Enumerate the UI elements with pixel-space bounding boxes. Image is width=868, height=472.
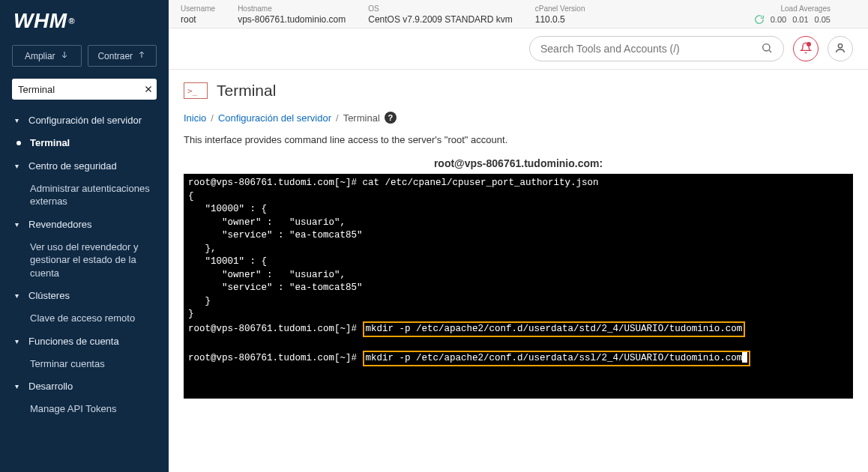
sidebar-item-terminate-accounts[interactable]: Terminar cuentas [0, 353, 169, 375]
sidebar-item-remote-access-key[interactable]: Clave de acceso remoto [0, 307, 169, 330]
highlighted-cmd-std: mkdir -p /etc/apache2/conf.d/userdata/st… [363, 321, 746, 338]
arrow-up-icon [137, 50, 146, 61]
sidebar-group-clusters[interactable]: ▾Clústeres [0, 284, 169, 307]
search-icon[interactable] [761, 42, 773, 56]
refresh-icon[interactable] [754, 14, 765, 25]
page-title: Terminal [217, 82, 276, 100]
notification-dot-icon [807, 42, 811, 46]
user-icon [834, 42, 846, 56]
terminal-output[interactable]: root@vps-806761.tudomi.com[~]# cat /etc/… [184, 174, 853, 399]
breadcrumb-server-config[interactable]: Configuración del servidor [218, 112, 331, 124]
notifications-button[interactable] [793, 36, 819, 61]
sidebar-item-terminal[interactable]: Terminal [0, 132, 169, 154]
nav: ▾Configuración del servidor Terminal ▾Ce… [0, 109, 169, 472]
logo-text: WHM [13, 9, 67, 33]
topbar-hostname: Hostname vps-806761.tudominio.com [238, 4, 346, 25]
load-1: 0.00 [771, 15, 786, 24]
chevron-down-icon: ▾ [15, 382, 22, 390]
sidebar-group-label: Centro de seguridad [28, 160, 117, 172]
breadcrumb-home[interactable]: Inicio [184, 112, 206, 124]
chevron-down-icon: ▾ [15, 220, 22, 229]
sidebar-group-account-functions[interactable]: ▾Funciones de cuenta [0, 330, 169, 353]
logo-reg: ® [68, 16, 75, 25]
term-cmd-cat: cat /etc/cpanel/cpuser_port_authority.js… [363, 178, 599, 188]
svg-point-6 [838, 43, 842, 47]
chevron-down-icon: ▾ [15, 162, 22, 170]
content: >_ Terminal Inicio / Configuración del s… [169, 70, 868, 472]
term-prompt: root@vps-806761.tudomi.com[~]# [188, 324, 357, 334]
search-box [529, 36, 784, 61]
arrow-down-icon [60, 50, 69, 61]
topbar-os: OS CentOS v7.9.2009 STANDARD kvm [368, 4, 513, 25]
collapse-label: Contraer [97, 51, 133, 61]
sidebar-item-external-auth[interactable]: Administrar autenticaciones externas [0, 178, 169, 213]
load-2: 0.01 [792, 15, 808, 24]
search-row [169, 28, 868, 70]
terminal-icon: >_ [184, 82, 208, 99]
sidebar-group-resellers[interactable]: ▾Revendedores [0, 213, 169, 236]
breadcrumb-current: Terminal [343, 112, 380, 124]
help-icon[interactable]: ? [385, 112, 397, 124]
sidebar-item-reseller-usage[interactable]: Ver uso del revendedor y gestionar el es… [0, 236, 169, 285]
sidebar-group-label: Desarrollo [28, 381, 73, 392]
sidebar-group-label: Clústeres [28, 290, 70, 301]
sidebar-item-manage-api-tokens[interactable]: Manage API Tokens [0, 398, 169, 420]
collapse-button[interactable]: Contraer [88, 45, 157, 67]
topbar-load-averages: Load Averages 0.00 0.01 0.05 [754, 4, 831, 25]
logo: WHM® [0, 0, 169, 39]
filter-box [12, 79, 157, 100]
intro-text: This interface provides command line acc… [184, 134, 853, 145]
terminal-host-title: root@vps-806761.tudominio.com: [184, 157, 853, 169]
search-input[interactable] [540, 43, 761, 55]
user-account-button[interactable] [828, 36, 853, 61]
sidebar-group-label: Configuración del servidor [28, 115, 142, 126]
svg-point-4 [763, 43, 770, 50]
terminal-cursor [742, 352, 747, 363]
sidebar-group-label: Revendedores [28, 219, 92, 230]
topbar-username: Username root [181, 4, 215, 25]
clear-filter-icon[interactable] [144, 84, 153, 94]
breadcrumb: Inicio / Configuración del servidor / Te… [184, 112, 853, 124]
sidebar-group-development[interactable]: ▾Desarrollo [0, 375, 169, 398]
sidebar: WHM® Ampliar Contraer [0, 0, 169, 472]
expand-label: Ampliar [25, 51, 55, 61]
main: Username root Hostname vps-806761.tudomi… [169, 0, 868, 472]
chevron-down-icon: ▾ [15, 337, 22, 345]
svg-line-5 [769, 50, 771, 52]
topbar-cpanel-version: cPanel Version 110.0.5 [535, 4, 585, 25]
filter-input[interactable] [18, 84, 144, 95]
load-3: 0.05 [815, 15, 831, 24]
chevron-down-icon: ▾ [15, 116, 22, 124]
highlighted-cmd-ssl: mkdir -p /etc/apache2/conf.d/userdata/ss… [363, 351, 751, 367]
term-prompt: root@vps-806761.tudomi.com[~]# [188, 353, 357, 363]
sidebar-group-label: Funciones de cuenta [28, 336, 119, 347]
topbar: Username root Hostname vps-806761.tudomi… [169, 0, 868, 28]
term-prompt: root@vps-806761.tudomi.com[~]# [188, 178, 357, 188]
sidebar-group-security-center[interactable]: ▾Centro de seguridad [0, 154, 169, 178]
sidebar-group-server-config[interactable]: ▾Configuración del servidor [0, 109, 169, 132]
chevron-down-icon: ▾ [15, 291, 22, 300]
expand-button[interactable]: Ampliar [12, 45, 82, 67]
